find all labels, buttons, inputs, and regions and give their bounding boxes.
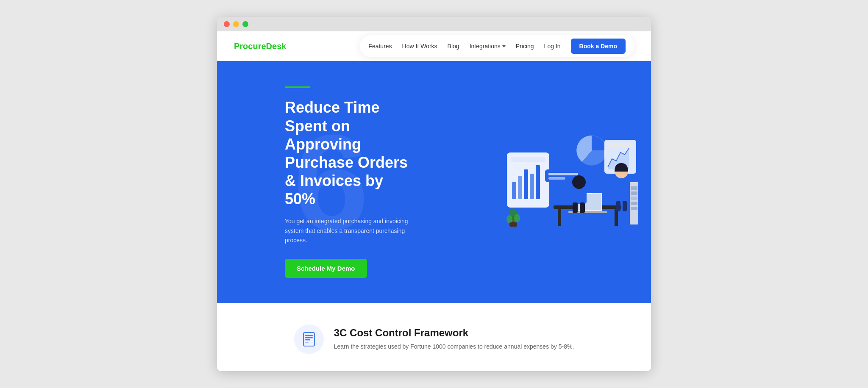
- document-icon: [301, 332, 317, 347]
- hero-content: Reduce Time Spent on Approving Purchase …: [217, 61, 429, 303]
- svg-rect-32: [623, 201, 627, 211]
- cost-framework-description: Learn the strategies used by Fortune 100…: [334, 342, 574, 351]
- svg-rect-2: [512, 182, 516, 199]
- cost-framework-icon-wrap: [294, 324, 324, 354]
- nav-login[interactable]: Log In: [544, 43, 561, 50]
- schedule-demo-button[interactable]: Schedule My Demo: [285, 259, 367, 278]
- svg-point-21: [572, 175, 586, 189]
- lower-section: 3C Cost Control Framework Learn the stra…: [217, 303, 651, 371]
- svg-rect-47: [305, 339, 310, 341]
- svg-rect-17: [615, 209, 618, 226]
- hero-subtitle: You get an integrated purchasing and inv…: [285, 216, 412, 245]
- hero-title: Reduce Time Spent on Approving Purchase …: [285, 98, 412, 208]
- svg-rect-48: [305, 342, 309, 343]
- hero-accent-line: [285, 86, 310, 88]
- svg-marker-12: [554, 182, 558, 186]
- cost-framework-text: 3C Cost Control Framework Learn the stra…: [334, 327, 574, 351]
- nav-how-it-works[interactable]: How It Works: [402, 43, 437, 50]
- browser-chrome: [217, 17, 651, 31]
- minimize-button[interactable]: [233, 21, 239, 27]
- svg-rect-40: [631, 191, 637, 195]
- svg-rect-31: [616, 201, 620, 211]
- cost-framework-heading: 3C Cost Control Framework: [334, 327, 574, 339]
- svg-rect-23: [564, 190, 572, 193]
- nav-blog[interactable]: Blog: [448, 43, 459, 50]
- chevron-down-icon: [502, 45, 506, 47]
- svg-point-36: [514, 214, 520, 222]
- book-demo-button[interactable]: Book a Demo: [571, 39, 626, 54]
- svg-rect-3: [518, 176, 522, 199]
- svg-rect-1: [511, 157, 545, 162]
- close-button[interactable]: [224, 21, 230, 27]
- svg-rect-9: [608, 143, 632, 147]
- svg-rect-4: [524, 169, 528, 199]
- hero-illustration: [503, 127, 638, 237]
- svg-rect-11: [545, 169, 596, 182]
- svg-rect-28: [615, 178, 628, 202]
- svg-rect-39: [631, 186, 637, 190]
- svg-rect-25: [573, 202, 578, 213]
- svg-rect-41: [631, 197, 637, 200]
- svg-rect-26: [580, 202, 585, 213]
- hero-section: 6 Reduce Time Spent on Approving Purchas…: [217, 61, 651, 303]
- nav-pricing[interactable]: Pricing: [516, 43, 534, 50]
- svg-rect-13: [548, 173, 578, 175]
- svg-rect-16: [558, 209, 561, 226]
- nav-features[interactable]: Features: [368, 43, 392, 50]
- svg-rect-46: [305, 337, 313, 338]
- svg-rect-43: [631, 207, 637, 210]
- maximize-button[interactable]: [242, 21, 248, 27]
- browser-window: ProcureDesk Features How It Works Blog I…: [217, 17, 651, 371]
- svg-rect-37: [509, 222, 517, 227]
- svg-rect-22: [571, 189, 587, 204]
- logo-text-procure: Procure: [234, 42, 266, 51]
- header: ProcureDesk Features How It Works Blog I…: [217, 31, 651, 61]
- svg-rect-6: [536, 165, 540, 199]
- svg-rect-24: [586, 190, 593, 193]
- svg-rect-5: [530, 174, 534, 199]
- main-nav: Features How It Works Blog Integrations …: [360, 35, 634, 57]
- svg-rect-14: [548, 177, 565, 180]
- logo-text-desk: Desk: [266, 42, 287, 51]
- svg-rect-45: [305, 335, 313, 336]
- nav-integrations[interactable]: Integrations: [470, 43, 506, 50]
- logo[interactable]: ProcureDesk: [234, 42, 286, 51]
- svg-rect-42: [631, 202, 637, 205]
- page-content: ProcureDesk Features How It Works Blog I…: [217, 31, 651, 371]
